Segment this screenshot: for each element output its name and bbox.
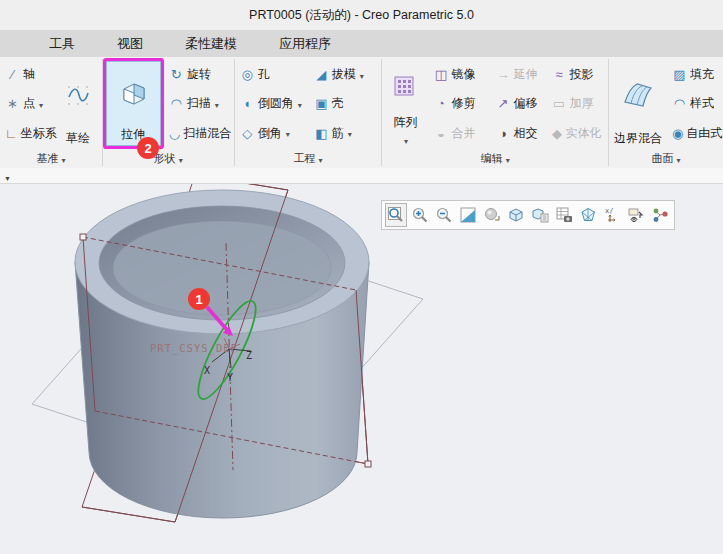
coordinate-system-button[interactable]: ∟ 坐标系: [2, 119, 56, 147]
title-bar: PRT0005 (活动的) - Creo Parametric 5.0: [0, 0, 723, 30]
tab-view[interactable]: 视图: [96, 30, 164, 57]
dropdown-arrow-icon: [178, 153, 183, 165]
dropdown-arrow-icon[interactable]: [403, 133, 408, 147]
extend-button[interactable]: → 延伸: [492, 61, 544, 89]
zoom-fit-icon[interactable]: [385, 203, 407, 227]
graphics-area[interactable]: X Y Z PRT_CSYS_DEF 1: [0, 184, 723, 554]
annotation-display-icon[interactable]: [625, 203, 647, 227]
trim-button[interactable]: ◔ 修剪: [430, 90, 488, 118]
csys-name-label[interactable]: PRT_CSYS_DEF: [150, 342, 238, 355]
axis-z-label: Z: [246, 350, 252, 361]
collapse-arrow-icon[interactable]: [4, 167, 11, 185]
model-scene: X Y Z PRT_CSYS_DEF 1: [0, 184, 723, 554]
fill-button[interactable]: ▨ 填充: [669, 61, 721, 89]
group-label-surfaces[interactable]: 曲面: [609, 149, 723, 168]
group-label-edit[interactable]: 编辑: [382, 149, 608, 168]
dropdown-arrow-icon[interactable]: [285, 126, 290, 140]
display-style-icon[interactable]: [505, 203, 527, 227]
extrude-button[interactable]: 拉伸: [106, 61, 161, 146]
thicken-button[interactable]: ▭ 加厚: [548, 90, 604, 118]
group-edit: 阵列 ◫ 镜像 ◔ 修剪 ◒ 合并 →: [382, 57, 608, 168]
spin-center-icon[interactable]: [649, 203, 671, 227]
draft-button[interactable]: ◢ 拔模: [311, 61, 377, 89]
dropdown-arrow-icon[interactable]: [38, 97, 43, 111]
shell-button[interactable]: ▣ 壳: [311, 90, 377, 118]
revolve-icon: ↻: [169, 67, 184, 82]
tab-applications[interactable]: 应用程序: [258, 30, 352, 57]
rib-button[interactable]: ◧ 筋: [311, 119, 377, 147]
plane-corner-handle[interactable]: [365, 461, 371, 467]
group-label-shapes[interactable]: 形状: [103, 149, 234, 168]
dropdown-arrow-icon: [505, 153, 510, 165]
boundary-blend-button[interactable]: 边界混合: [609, 59, 667, 149]
axis-x-label: X: [204, 365, 210, 376]
thicken-icon: ▭: [551, 96, 566, 111]
saved-orientations-icon[interactable]: [529, 203, 551, 227]
dropdown-arrow-icon: [675, 153, 680, 165]
draft-icon: ◢: [314, 67, 329, 82]
group-shapes: 拉伸 ↻ 旋转 ◠ 扫描 ◡ 扫描混合 形状: [103, 57, 234, 168]
perspective-icon[interactable]: [577, 203, 599, 227]
hole-button[interactable]: ◎ 孔: [237, 61, 307, 89]
callout-step-2-badge: 2: [137, 137, 159, 159]
datum-display-filters-icon[interactable]: x/: [601, 203, 623, 227]
merge-button[interactable]: ◒ 合并: [430, 119, 488, 147]
fill-icon: ▨: [672, 67, 687, 82]
intersect-button[interactable]: ◑ 相交: [492, 119, 544, 147]
freestyle-button[interactable]: ◉ 自由式: [669, 119, 721, 147]
solidify-button[interactable]: ◆ 实体化: [548, 119, 604, 147]
group-label-engineering[interactable]: 工程: [235, 149, 382, 168]
merge-icon: ◒: [433, 126, 448, 141]
mirror-button[interactable]: ◫ 镜像: [430, 61, 488, 89]
sketch-button[interactable]: 草绘: [58, 59, 98, 149]
tab-tools[interactable]: 工具: [28, 30, 96, 57]
dropdown-arrow-icon[interactable]: [359, 68, 364, 82]
svg-text:x/: x/: [605, 207, 613, 215]
project-icon: ≈: [551, 67, 566, 82]
shell-icon: ▣: [314, 96, 329, 111]
axis-button[interactable]: ∕ 轴: [2, 61, 56, 89]
svg-text:1: 1: [195, 292, 202, 307]
window-title: PRT0005 (活动的) - Creo Parametric 5.0: [249, 7, 474, 24]
shading-icon[interactable]: [481, 203, 503, 227]
ribbon-collapse-strip: [0, 168, 723, 184]
revolve-button[interactable]: ↻ 旋转: [166, 61, 232, 89]
point-button[interactable]: ∗ 点: [2, 90, 56, 118]
group-label-datum[interactable]: 基准: [0, 149, 102, 168]
hole-icon: ◎: [240, 67, 255, 82]
round-button[interactable]: ◖ 倒圆角: [237, 90, 307, 118]
solidify-icon: ◆: [551, 126, 562, 141]
offset-button[interactable]: ↗ 偏移: [492, 90, 544, 118]
dropdown-arrow-icon: [60, 153, 65, 165]
pattern-button[interactable]: 阵列: [382, 59, 428, 149]
pattern-icon: [392, 61, 418, 112]
swept-blend-button[interactable]: ◡ 扫描混合: [166, 119, 232, 147]
extend-icon: →: [495, 67, 510, 82]
zoom-in-icon[interactable]: [409, 203, 431, 227]
sweep-icon: ◠: [169, 96, 184, 111]
repaint-icon[interactable]: [457, 203, 479, 227]
mirror-icon: ◫: [433, 67, 448, 82]
rib-icon: ◧: [314, 126, 329, 141]
freestyle-icon: ◉: [672, 126, 683, 141]
chamfer-button[interactable]: ◇ 倒角: [237, 119, 307, 147]
sweep-button[interactable]: ◠ 扫描: [166, 90, 232, 118]
project-button[interactable]: ≈ 投影: [548, 61, 604, 89]
chamfer-icon: ◇: [240, 126, 255, 141]
group-datum: ∕ 轴 ∗ 点 ∟ 坐标系: [0, 57, 102, 168]
tab-flexible-modeling[interactable]: 柔性建模: [164, 30, 258, 57]
sketch-icon: [66, 61, 90, 128]
dropdown-arrow-icon[interactable]: [297, 97, 302, 111]
view-images-icon[interactable]: [553, 203, 575, 227]
swept-blend-icon: ◡: [169, 126, 180, 141]
plane-corner-handle[interactable]: [80, 234, 86, 240]
style-button[interactable]: ◠ 样式: [669, 90, 721, 118]
offset-icon: ↗: [495, 96, 510, 111]
dropdown-arrow-icon[interactable]: [214, 97, 219, 111]
intersect-icon: ◑: [495, 126, 510, 141]
dropdown-arrow-icon[interactable]: [347, 126, 352, 140]
zoom-out-icon[interactable]: [433, 203, 455, 227]
coordinate-system-icon: ∟: [5, 126, 18, 141]
round-icon: ◖: [240, 96, 255, 111]
dropdown-arrow-icon: [318, 153, 323, 165]
